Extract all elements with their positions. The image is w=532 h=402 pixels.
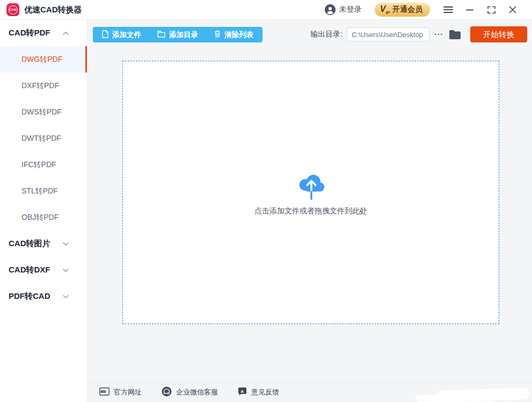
sidebar-group-cad-to-pdf[interactable]: CAD转PDF	[0, 20, 87, 46]
chevron-down-icon	[63, 268, 69, 272]
vip-label: 开通会员	[392, 5, 422, 15]
redacted-area	[436, 387, 530, 402]
open-folder-button[interactable]	[449, 30, 461, 39]
app-window: CAD 优速CAD转换器 未登录 VIP 开通会员	[0, 0, 532, 402]
sidebar-group-pdf-to-cad[interactable]: PDF转CAD	[0, 283, 87, 310]
wechat-service-icon	[162, 386, 172, 398]
wechat-support-link[interactable]: 企业微信客服	[162, 386, 218, 398]
sidebar-group-label: CAD转图片	[9, 239, 50, 249]
chevron-down-icon	[63, 295, 69, 298]
sidebar-item-dxf-to-pdf[interactable]: DXF转PDF	[0, 73, 87, 99]
add-file-label: 添加文件	[112, 30, 141, 40]
file-dropzone[interactable]: 点击添加文件或者拖拽文件到此处	[122, 61, 499, 324]
feedback-label: 意见反馈	[251, 387, 279, 397]
app-logo-text: CAD	[9, 5, 18, 15]
feedback-link[interactable]: A 意见反馈	[238, 387, 279, 398]
login-status-label: 未登录	[339, 5, 362, 15]
svg-text:A: A	[241, 389, 244, 394]
file-actions-toolbar: 添加文件 添加目录 清除列表	[93, 27, 263, 42]
sidebar-item-dwt-to-pdf[interactable]: DWT转PDF	[0, 125, 87, 152]
upload-cloud-icon	[294, 169, 327, 203]
sidebar-item-ifc-to-pdf[interactable]: IFC转PDF	[0, 152, 87, 178]
output-directory-row: 输出目录: ··· 开始转换	[310, 26, 527, 42]
close-button[interactable]	[502, 0, 523, 20]
app-title: 优速CAD转换器	[24, 5, 82, 15]
sidebar-item-dws-to-pdf[interactable]: DWS转PDF	[0, 99, 87, 125]
sidebar-item-label: DXF转PDF	[21, 81, 59, 91]
sidebar-item-stl-to-pdf[interactable]: STL转PDF	[0, 178, 87, 204]
sidebar: CAD转PDF DWG转PDF DXF转PDF DWS转PDF DWT转PDF …	[0, 20, 88, 402]
menu-button[interactable]	[438, 0, 459, 20]
browse-more-button[interactable]: ···	[434, 30, 443, 39]
user-avatar-icon	[325, 4, 336, 15]
sidebar-group-label: PDF转CAD	[9, 291, 50, 302]
start-convert-button[interactable]: 开始转换	[470, 26, 527, 42]
chevron-up-icon	[63, 31, 69, 35]
dropzone-hint: 点击添加文件或者拖拽文件到此处	[254, 206, 367, 216]
file-icon	[102, 30, 108, 40]
maximize-button[interactable]	[480, 0, 502, 20]
sidebar-group-label: CAD转PDF	[9, 28, 50, 38]
add-folder-label: 添加目录	[169, 30, 198, 40]
chevron-down-icon	[63, 242, 69, 246]
minimize-button[interactable]	[459, 0, 480, 20]
add-file-button[interactable]: 添加文件	[102, 30, 141, 40]
add-folder-button[interactable]: 添加目录	[157, 30, 198, 40]
official-website-link[interactable]: .com 官方网址	[99, 387, 142, 397]
sidebar-item-obj-to-pdf[interactable]: OBJ转PDF	[0, 204, 87, 231]
sidebar-item-dwg-to-pdf[interactable]: DWG转PDF	[0, 46, 87, 73]
sidebar-group-cad-to-dxf[interactable]: CAD转DXF	[0, 257, 87, 283]
sidebar-group-label: CAD转DXF	[9, 265, 50, 275]
sidebar-item-label: IFC转PDF	[21, 160, 56, 170]
folder-add-icon	[157, 31, 165, 39]
sidebar-item-label: DWT转PDF	[21, 134, 61, 143]
sidebar-item-label: STL转PDF	[21, 186, 58, 196]
clear-list-button[interactable]: 清除列表	[214, 30, 253, 40]
vip-icon: VIP	[380, 4, 390, 15]
footer-bar: .com 官方网址 企业微信客服 A 意见反馈	[88, 382, 532, 402]
output-dir-input[interactable]	[347, 27, 429, 41]
svg-text:.com: .com	[101, 391, 105, 393]
wechat-support-label: 企业微信客服	[176, 387, 218, 397]
sidebar-item-label: DWG转PDF	[21, 55, 62, 64]
com-badge-icon: .com	[99, 387, 110, 397]
title-bar: CAD 优速CAD转换器 未登录 VIP 开通会员	[0, 0, 532, 20]
clear-list-label: 清除列表	[224, 30, 253, 40]
output-dir-label: 输出目录:	[310, 30, 342, 39]
window-controls	[438, 0, 523, 20]
sidebar-item-label: OBJ转PDF	[21, 213, 59, 222]
main-panel: 添加文件 添加目录 清除列表 输出目录: ··· 开始转换	[88, 20, 532, 402]
login-status-button[interactable]: 未登录	[325, 4, 362, 15]
official-website-label: 官方网址	[114, 387, 142, 397]
app-logo-icon: CAD	[6, 3, 19, 16]
sidebar-item-label: DWS转PDF	[21, 107, 62, 117]
trash-icon	[214, 30, 221, 39]
vip-upgrade-button[interactable]: VIP 开通会员	[375, 3, 430, 17]
feedback-icon: A	[238, 387, 247, 398]
sidebar-group-cad-to-image[interactable]: CAD转图片	[0, 231, 87, 257]
